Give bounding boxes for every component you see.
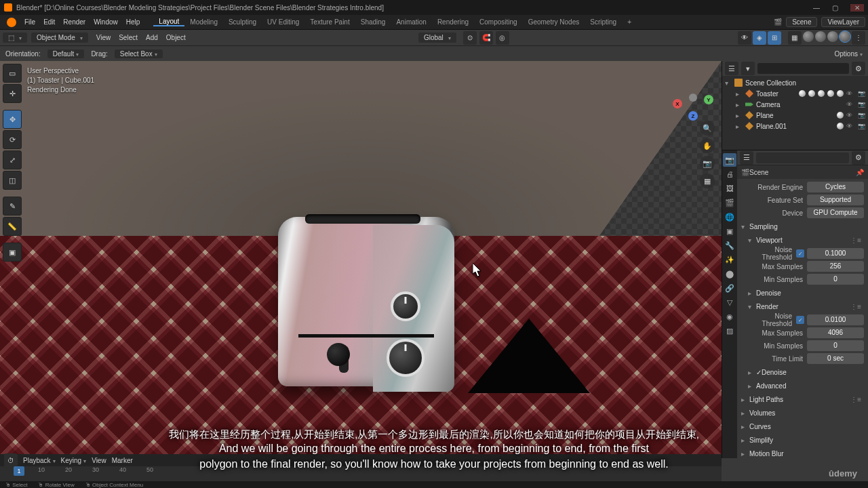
render-min-samples[interactable]: 0 (807, 340, 864, 351)
timeline-playback[interactable]: Playback (23, 457, 56, 464)
device-dropdown[interactable]: GPU Compute (807, 207, 864, 218)
outliner-search-input[interactable] (757, 63, 849, 74)
props-tab-constraint[interactable]: 🔗 (723, 281, 736, 295)
props-tab-material[interactable]: ◉ (723, 310, 736, 323)
tool-select-box[interactable]: ▭ (3, 64, 22, 83)
options-dropdown[interactable]: Options (835, 50, 863, 58)
tool-measure[interactable]: 📏 (3, 217, 22, 236)
timeline-type-dropdown[interactable]: ⏱ (4, 453, 18, 467)
props-options[interactable]: ⚙ (852, 151, 865, 165)
transform-orientation[interactable]: Global (418, 33, 456, 43)
outliner-type-dropdown[interactable]: ☰ (725, 62, 738, 75)
window-maximize-button[interactable]: ▢ (832, 4, 838, 12)
props-tab-texture[interactable]: ▨ (723, 324, 736, 338)
viewport-noise-value[interactable]: 0.1000 (807, 248, 864, 259)
workspace-scripting[interactable]: Scripting (585, 18, 622, 26)
tree-item-toaster[interactable]: ▸ Toaster 👁📷 (722, 88, 868, 99)
workspace-geonodes[interactable]: Geometry Nodes (523, 18, 585, 26)
editor-type-dropdown[interactable]: ⬚ (3, 33, 27, 43)
visibility-dropdown[interactable]: 👁 (738, 31, 751, 45)
shading-options[interactable]: ⋮ (852, 31, 865, 45)
props-type-dropdown[interactable]: ☰ (740, 151, 753, 165)
workspace-compositing[interactable]: Compositing (474, 18, 523, 26)
tree-item-plane001[interactable]: ▸ Plane.001 👁📷 (722, 121, 868, 131)
props-tab-object[interactable]: ▣ (723, 224, 736, 238)
props-tab-output[interactable]: 🖨 (723, 167, 736, 181)
tool-scale[interactable]: ⤢ (3, 150, 22, 169)
feature-set-dropdown[interactable]: Supported (807, 195, 864, 205)
viewport-min-samples[interactable]: 0 (807, 274, 864, 285)
navigation-gizmo[interactable]: X Y Z (673, 77, 713, 118)
props-tab-data[interactable]: ▽ (723, 296, 736, 309)
panel-curves[interactable]: ▸Curves (741, 420, 864, 433)
workspace-animation[interactable]: Animation (391, 18, 431, 26)
viewport-menu-add[interactable]: Add (142, 34, 162, 41)
workspace-add[interactable]: + (622, 18, 637, 26)
snap-toggle[interactable]: 🧲 (479, 31, 493, 45)
tree-item-plane[interactable]: ▸ Plane 👁📷 (722, 110, 868, 121)
shading-solid[interactable] (815, 31, 826, 42)
scene-selector[interactable]: Scene (786, 17, 817, 27)
menu-render[interactable]: Render (59, 18, 90, 26)
panel-simplify[interactable]: ▸Simplify (741, 433, 864, 447)
gizmo-x-axis[interactable]: X (673, 99, 682, 108)
props-tab-world[interactable]: 🌐 (723, 210, 736, 224)
props-tab-render[interactable]: 📷 (723, 153, 736, 167)
tree-item-camera[interactable]: ▸ Camera 👁📷 (722, 99, 868, 110)
panel-render-denoise[interactable]: ▸✓Denoise (748, 365, 864, 379)
panel-volumes[interactable]: ▸Volumes (741, 406, 864, 420)
xray-toggle[interactable]: ▦ (788, 31, 802, 45)
workspace-sculpting[interactable]: Sculpting (223, 18, 262, 26)
workspace-modeling[interactable]: Modeling (184, 18, 223, 26)
tool-move[interactable]: ✥ (3, 110, 22, 129)
viewport-noise-check[interactable]: ✓ (796, 249, 804, 258)
workspace-uv[interactable]: UV Editing (262, 18, 304, 26)
workspace-rendering[interactable]: Rendering (432, 18, 474, 26)
render-noise-value[interactable]: 0.0100 (807, 314, 864, 325)
render-noise-check[interactable]: ✓ (796, 316, 804, 324)
props-tab-viewlayer[interactable]: 🖼 (723, 182, 736, 195)
overlay-toggle[interactable]: ⊞ (768, 31, 781, 45)
window-close-button[interactable]: ✕ (850, 4, 864, 12)
menu-edit[interactable]: Edit (39, 18, 59, 26)
window-minimize-button[interactable]: — (813, 4, 820, 12)
render-max-samples[interactable]: 4096 (807, 327, 864, 338)
menu-help[interactable]: Help (122, 18, 144, 26)
panel-viewport-sampling[interactable]: ▾Viewport⋮≡ (748, 233, 864, 247)
viewport-max-samples[interactable]: 256 (807, 261, 864, 272)
outliner-display-dropdown[interactable]: ▾ (741, 62, 755, 75)
viewport-menu-select[interactable]: Select (115, 34, 142, 41)
shading-wireframe[interactable] (803, 31, 814, 42)
gizmo-z-axis[interactable]: Z (688, 111, 698, 121)
pivot-dropdown[interactable]: ⊙ (463, 31, 477, 45)
tool-annotate[interactable]: ✎ (3, 197, 22, 216)
mode-dropdown[interactable]: Object Mode (31, 33, 88, 43)
gizmo-toggle[interactable]: ◈ (753, 31, 766, 45)
menu-window[interactable]: Window (90, 18, 122, 26)
render-time-limit[interactable]: 0 sec (807, 353, 864, 364)
workspace-shading[interactable]: Shading (355, 18, 391, 26)
timeline-view[interactable]: View (92, 457, 106, 464)
panel-advanced[interactable]: ▸Advanced (748, 379, 864, 392)
orientation-dropdown[interactable]: Default (47, 49, 85, 58)
props-tab-scene[interactable]: 🎬 (723, 196, 736, 209)
panel-render-sampling[interactable]: ▾Render⋮≡ (748, 300, 864, 313)
tool-cursor[interactable]: ✛ (3, 84, 22, 103)
timeline-track[interactable]: 1 10 20 30 40 50 (0, 466, 722, 481)
zoom-icon[interactable]: 🔍 (700, 121, 715, 136)
perspective-toggle-icon[interactable]: ▦ (700, 174, 715, 188)
proportional-edit[interactable]: ◎ (496, 31, 509, 45)
panel-viewport-denoise[interactable]: ▸Denoise (748, 286, 864, 300)
tool-rotate[interactable]: ⟳ (3, 130, 22, 149)
gizmo-y-axis[interactable]: Y (704, 95, 713, 104)
viewlayer-selector[interactable]: ViewLayer (821, 17, 865, 27)
shading-matprev[interactable] (827, 31, 838, 42)
timeline-marker[interactable]: Marker (112, 457, 133, 464)
render-engine-dropdown[interactable]: Cycles (807, 182, 864, 192)
timeline-keying[interactable]: Keying (61, 457, 87, 464)
viewport-menu-view[interactable]: View (92, 34, 115, 41)
workspace-texpaint[interactable]: Texture Paint (304, 18, 355, 26)
viewport-menu-object[interactable]: Object (162, 34, 190, 41)
props-tab-modifier[interactable]: 🔧 (723, 239, 736, 252)
drag-dropdown[interactable]: Select Box (115, 49, 163, 58)
